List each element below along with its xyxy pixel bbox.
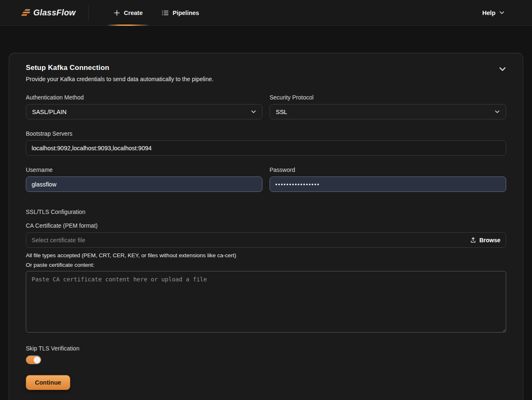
ca-certificate-field: CA Certificate (PEM format) Select certi… [26, 222, 506, 333]
password-field: Password [270, 166, 506, 192]
credentials-row: Username Password [26, 166, 506, 192]
auth-security-row: Authentication Method SASL/PLAIN Securit… [26, 94, 506, 119]
auth-method-value: SASL/PLAIN [32, 109, 67, 115]
toggle-knob [34, 357, 40, 363]
security-protocol-field: Security Protocol SSL [270, 94, 506, 119]
top-navbar: GlassFlow Create Pipelines Help [0, 0, 532, 26]
collapse-card-button[interactable] [499, 65, 506, 75]
pipelines-list-icon [162, 10, 169, 16]
security-protocol-value: SSL [276, 109, 287, 115]
username-label: Username [26, 166, 262, 173]
auth-method-field: Authentication Method SASL/PLAIN [26, 94, 262, 119]
card-header: Setup Kafka Connection Provide your Kafk… [26, 64, 506, 82]
kafka-connection-card: Setup Kafka Connection Provide your Kafk… [9, 53, 523, 400]
certificate-content-textarea[interactable] [26, 271, 506, 333]
skip-tls-field: Skip TLS Verification [26, 345, 506, 364]
navbar-divider [88, 5, 89, 21]
paste-certificate-label: Or paste certificate content: [26, 262, 506, 268]
nav-tabs: Create Pipelines [108, 0, 205, 25]
card-subtitle: Provide your Kafka credentials to send d… [26, 76, 213, 82]
help-menu[interactable]: Help [483, 10, 505, 16]
chevron-down-icon [499, 10, 505, 15]
file-types-help-text: All file types accepted (PEM, CRT, CER, … [26, 252, 506, 258]
security-protocol-select[interactable]: SSL [270, 104, 506, 119]
bootstrap-servers-input[interactable] [26, 140, 506, 156]
browse-label: Browse [479, 237, 500, 243]
certificate-file-input[interactable]: Select certificate file Browse [26, 232, 506, 248]
brand[interactable]: GlassFlow [22, 8, 76, 17]
chevron-down-icon [495, 109, 500, 114]
password-label: Password [270, 166, 506, 173]
card-title: Setup Kafka Connection [26, 64, 213, 72]
skip-tls-toggle[interactable] [26, 355, 41, 364]
tab-create[interactable]: Create [108, 0, 148, 25]
upload-icon [470, 237, 476, 243]
bootstrap-servers-label: Bootstrap Servers [26, 130, 506, 137]
continue-button[interactable]: Continue [26, 375, 70, 390]
chevron-down-icon [499, 65, 506, 73]
certificate-file-placeholder: Select certificate file [32, 237, 470, 243]
brand-name: GlassFlow [33, 8, 76, 17]
plus-icon [114, 10, 120, 16]
ssl-section-label: SSL/TLS Configuration [26, 209, 506, 215]
tab-pipelines[interactable]: Pipelines [156, 0, 205, 25]
ca-certificate-label: CA Certificate (PEM format) [26, 222, 506, 229]
security-protocol-label: Security Protocol [270, 94, 506, 101]
password-input[interactable] [270, 176, 506, 192]
auth-method-label: Authentication Method [26, 94, 262, 101]
tab-create-label: Create [124, 10, 143, 16]
auth-method-select[interactable]: SASL/PLAIN [26, 104, 262, 119]
tab-pipelines-label: Pipelines [173, 10, 199, 16]
glassflow-logo-icon [22, 9, 30, 16]
browse-button[interactable]: Browse [470, 237, 500, 243]
username-field: Username [26, 166, 262, 192]
bootstrap-servers-field: Bootstrap Servers [26, 130, 506, 156]
ssl-tls-section: SSL/TLS Configuration CA Certificate (PE… [26, 209, 506, 333]
skip-tls-label: Skip TLS Verification [26, 345, 506, 352]
help-label: Help [483, 10, 495, 16]
chevron-down-icon [251, 109, 256, 114]
username-input[interactable] [26, 176, 262, 192]
